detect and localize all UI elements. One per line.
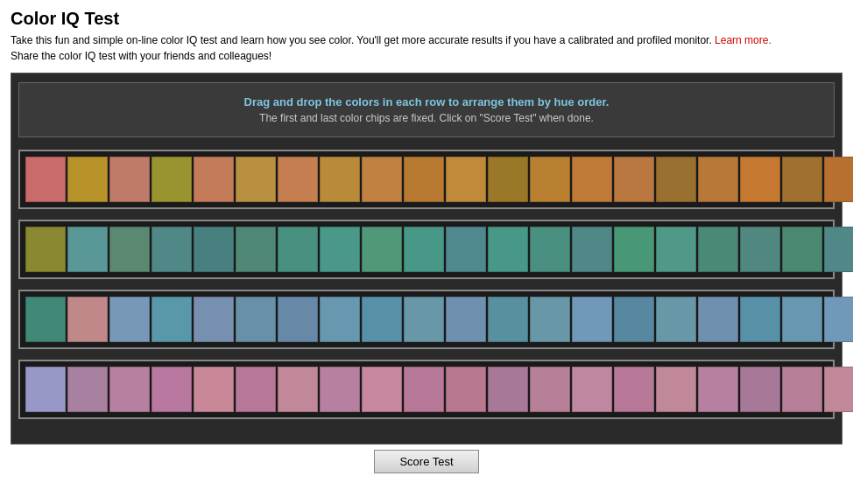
color-chip[interactable]: [109, 367, 150, 412]
color-chip[interactable]: [278, 157, 318, 202]
color-chip[interactable]: [530, 297, 570, 342]
color-chip[interactable]: [698, 157, 738, 202]
color-chip[interactable]: [362, 227, 402, 272]
color-chip[interactable]: [614, 297, 654, 342]
color-chip[interactable]: [404, 157, 444, 202]
color-chip[interactable]: [362, 157, 402, 202]
color-chip[interactable]: [446, 227, 486, 272]
color-chip[interactable]: [236, 297, 276, 342]
color-chip[interactable]: [25, 367, 66, 412]
color-chip[interactable]: [488, 297, 528, 342]
color-row-4: [25, 367, 828, 412]
color-chip[interactable]: [446, 367, 486, 412]
color-chip[interactable]: [404, 297, 444, 342]
color-chip[interactable]: [194, 297, 234, 342]
color-chip[interactable]: [320, 157, 360, 202]
color-chip[interactable]: [572, 297, 612, 342]
color-chip[interactable]: [67, 157, 108, 202]
color-chip[interactable]: [488, 367, 528, 412]
color-chip[interactable]: [656, 297, 696, 342]
color-chip[interactable]: [320, 367, 360, 412]
learn-more-link[interactable]: Learn more.: [715, 34, 772, 46]
color-chip[interactable]: [194, 157, 234, 202]
color-chip[interactable]: [362, 297, 402, 342]
color-chip[interactable]: [25, 227, 66, 272]
color-chip[interactable]: [446, 297, 486, 342]
color-chip[interactable]: [740, 297, 780, 342]
color-chip[interactable]: [194, 227, 234, 272]
color-chip[interactable]: [824, 297, 853, 342]
row2-wrapper: [18, 220, 835, 279]
color-chip[interactable]: [320, 227, 360, 272]
color-chip[interactable]: [278, 367, 318, 412]
color-chip[interactable]: [25, 297, 66, 342]
color-chip[interactable]: [152, 227, 192, 272]
score-test-button[interactable]: Score Test: [374, 450, 478, 473]
color-chip[interactable]: [614, 157, 654, 202]
color-chip[interactable]: [109, 297, 150, 342]
color-chip[interactable]: [572, 227, 612, 272]
color-chip[interactable]: [152, 367, 192, 412]
main-container: Drag and drop the colors in each row to …: [11, 73, 842, 444]
color-chip[interactable]: [656, 157, 696, 202]
color-chip[interactable]: [824, 227, 853, 272]
page-title: Color IQ Test: [11, 9, 842, 29]
color-chip[interactable]: [740, 367, 780, 412]
color-row-2: [25, 227, 828, 272]
color-chip[interactable]: [67, 227, 108, 272]
color-chip[interactable]: [404, 367, 444, 412]
color-chip[interactable]: [109, 227, 150, 272]
instructions-box: Drag and drop the colors in each row to …: [18, 82, 835, 137]
color-chip[interactable]: [278, 227, 318, 272]
color-chip[interactable]: [824, 367, 853, 412]
color-chip[interactable]: [782, 227, 822, 272]
color-chip[interactable]: [530, 157, 570, 202]
color-row-3: [25, 297, 828, 342]
color-chip[interactable]: [740, 157, 780, 202]
color-chip[interactable]: [740, 227, 780, 272]
color-chip[interactable]: [362, 367, 402, 412]
color-chip[interactable]: [530, 227, 570, 272]
instruction-line2: The first and last color chips are fixed…: [28, 112, 825, 124]
color-chip[interactable]: [656, 227, 696, 272]
color-chip[interactable]: [152, 157, 192, 202]
color-chip[interactable]: [236, 367, 276, 412]
color-chip[interactable]: [320, 297, 360, 342]
color-chip[interactable]: [404, 227, 444, 272]
color-chip[interactable]: [782, 297, 822, 342]
color-chip[interactable]: [25, 157, 66, 202]
color-chip[interactable]: [824, 157, 853, 202]
color-chip[interactable]: [67, 297, 108, 342]
color-row-1: [25, 157, 828, 202]
color-chip[interactable]: [782, 367, 822, 412]
color-chip[interactable]: [488, 227, 528, 272]
row1-wrapper: [18, 150, 835, 209]
color-chip[interactable]: [194, 367, 234, 412]
color-chip[interactable]: [572, 367, 612, 412]
color-chip[interactable]: [67, 367, 108, 412]
color-chip[interactable]: [698, 227, 738, 272]
color-chip[interactable]: [572, 157, 612, 202]
color-chip[interactable]: [698, 367, 738, 412]
color-chip[interactable]: [614, 227, 654, 272]
row3-wrapper: [18, 290, 835, 349]
color-chip[interactable]: [530, 367, 570, 412]
color-chip[interactable]: [152, 297, 192, 342]
instruction-line1: Drag and drop the colors in each row to …: [28, 95, 825, 108]
color-chip[interactable]: [446, 157, 486, 202]
color-chip[interactable]: [488, 157, 528, 202]
color-chip[interactable]: [236, 157, 276, 202]
color-chip[interactable]: [698, 297, 738, 342]
score-btn-row: Score Test: [11, 450, 842, 473]
description-text2: Share the color IQ test with your friend…: [11, 50, 271, 62]
color-chip[interactable]: [614, 367, 654, 412]
color-chip[interactable]: [782, 157, 822, 202]
page-description: Take this fun and simple on-line color I…: [11, 32, 842, 64]
color-chip[interactable]: [278, 297, 318, 342]
color-chip[interactable]: [656, 367, 696, 412]
color-chip[interactable]: [109, 157, 150, 202]
color-chip[interactable]: [236, 227, 276, 272]
row4-wrapper: [18, 360, 835, 419]
description-text1: Take this fun and simple on-line color I…: [11, 34, 712, 46]
